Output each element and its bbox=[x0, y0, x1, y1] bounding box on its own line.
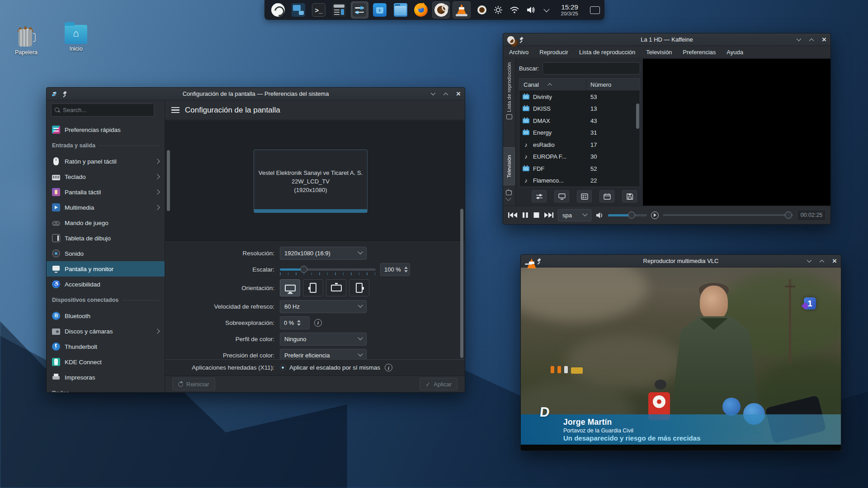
sidebar-item-mando[interactable]: Mando de juego bbox=[47, 215, 165, 230]
task-konsole[interactable]: >_ bbox=[310, 1, 327, 19]
color-profile-dropdown[interactable]: Ninguno bbox=[280, 333, 367, 346]
stop-button[interactable] bbox=[533, 211, 540, 219]
tabs-scroll-down-icon[interactable] bbox=[505, 195, 511, 201]
pause-button[interactable] bbox=[522, 211, 529, 219]
orientation-portrait-right-button[interactable] bbox=[349, 279, 369, 296]
menu-archivo[interactable]: Archivo bbox=[509, 49, 528, 56]
overscan-spinbox[interactable]: 0 % bbox=[280, 316, 310, 329]
channel-row[interactable]: Divinity53 bbox=[519, 91, 640, 103]
settings-search-field[interactable] bbox=[51, 103, 154, 117]
kaffeine-video-area[interactable] bbox=[643, 59, 830, 206]
task-file-manager[interactable] bbox=[392, 1, 409, 19]
search-input[interactable] bbox=[63, 107, 135, 113]
minimize-button[interactable] bbox=[431, 92, 436, 95]
sidebar-item-pantalla-monitor[interactable]: Pantalla y monitor bbox=[47, 261, 165, 277]
channel-row[interactable]: ♪EUROPA F...30 bbox=[519, 151, 640, 163]
pager-widget[interactable] bbox=[289, 1, 307, 19]
launcher-opensuse[interactable] bbox=[269, 1, 287, 19]
desktop-icon-home[interactable]: ⌂ Inicio bbox=[54, 25, 98, 52]
info-icon[interactable]: i bbox=[314, 319, 322, 327]
slider-handle[interactable] bbox=[300, 266, 307, 273]
volume-slider[interactable] bbox=[608, 214, 647, 216]
vlc-titlebar[interactable]: Reproductor multimedia VLC × bbox=[521, 255, 841, 267]
close-button[interactable]: × bbox=[456, 90, 461, 98]
task-discover[interactable] bbox=[371, 1, 389, 19]
reset-button[interactable]: Reiniciar bbox=[172, 378, 215, 390]
sidebar-item-accesibilidad[interactable]: Accesibilidad bbox=[47, 277, 165, 292]
sidebar-item-kde-connect[interactable]: KDE Connect bbox=[47, 354, 165, 370]
jump-to-position-icon[interactable] bbox=[651, 211, 659, 219]
network-wifi-icon[interactable] bbox=[509, 5, 519, 15]
menu-ayuda[interactable]: Ayuda bbox=[726, 49, 743, 56]
kaffeine-tray-icon[interactable] bbox=[477, 5, 487, 15]
sidebar-item-impresoras[interactable]: Impresoras bbox=[47, 370, 165, 385]
channel-search-input[interactable] bbox=[542, 62, 640, 75]
menu-preferencias[interactable]: Preferencias bbox=[683, 49, 716, 56]
audio-track-dropdown[interactable]: spa bbox=[558, 209, 591, 221]
vlc-video-frame[interactable]: 1 D Jorge Martín Portavoz de la Guardia … bbox=[521, 267, 841, 450]
task-firefox[interactable] bbox=[412, 1, 429, 19]
sidebar-item-multimedia[interactable]: Multimedia bbox=[47, 200, 165, 215]
radio-button-selected[interactable] bbox=[280, 365, 286, 371]
orientation-landscape-flipped-button[interactable] bbox=[326, 279, 346, 296]
orientation-landscape-button[interactable] bbox=[280, 279, 300, 296]
minimize-button[interactable] bbox=[807, 259, 812, 263]
show-desktop-button[interactable] bbox=[590, 6, 600, 14]
channel-row[interactable]: FDF52 bbox=[519, 163, 640, 175]
sidebar-item-discos[interactable]: Discos y cámaras bbox=[47, 324, 165, 339]
pin-icon[interactable] bbox=[61, 91, 67, 97]
digital-clock[interactable]: 15:29 20/3/25 bbox=[561, 4, 578, 16]
maximize-button[interactable] bbox=[809, 38, 814, 41]
volume-icon[interactable] bbox=[595, 211, 604, 219]
maximize-button[interactable] bbox=[820, 259, 825, 263]
column-numero[interactable]: Número bbox=[586, 81, 640, 88]
slider-handle[interactable] bbox=[628, 211, 635, 219]
maximize-button[interactable] bbox=[443, 92, 448, 95]
volume-icon[interactable] bbox=[526, 5, 536, 15]
tab-playlist[interactable]: Lista de reproducción bbox=[503, 62, 515, 139]
apply-button[interactable]: ✓Aplicar bbox=[420, 378, 458, 390]
details-list-button[interactable] bbox=[577, 190, 592, 202]
scale-value-spinbox[interactable]: 100 % bbox=[380, 263, 410, 276]
menu-lista[interactable]: Lista de reproducción bbox=[579, 49, 635, 56]
resolution-dropdown[interactable]: 868x488 (16:9) bbox=[280, 247, 367, 260]
tray-expand-chevron-icon[interactable] bbox=[542, 5, 552, 15]
sidebar-item-thunderbolt[interactable]: Thunderbolt bbox=[47, 339, 165, 354]
channel-row[interactable]: DMAX43 bbox=[519, 115, 640, 127]
channel-row[interactable]: Energy31 bbox=[519, 127, 640, 139]
channel-row[interactable]: ♪esRadio17 bbox=[519, 139, 640, 151]
settings-titlebar[interactable]: Configuración de la pantalla — Preferenc… bbox=[47, 88, 465, 100]
slider-handle[interactable] bbox=[785, 211, 792, 219]
tab-television[interactable]: Televisión bbox=[503, 147, 515, 185]
seek-slider[interactable] bbox=[663, 214, 793, 216]
save-button[interactable] bbox=[622, 190, 637, 202]
sidebar-item-raton[interactable]: Ratón y panel táctil bbox=[47, 154, 165, 169]
task-kaffeine[interactable] bbox=[432, 1, 450, 19]
skip-backward-button[interactable] bbox=[508, 211, 518, 219]
channel-row[interactable]: DKISS13 bbox=[519, 103, 640, 115]
task-calculator[interactable] bbox=[330, 1, 348, 19]
sidebar-item-bluetooth[interactable]: Bluetooth bbox=[47, 308, 165, 324]
scrollbar[interactable] bbox=[167, 150, 170, 211]
task-system-settings[interactable] bbox=[351, 1, 368, 19]
sidebar-item-tableta[interactable]: Tableta de dibujo bbox=[47, 230, 165, 246]
monitor-preview[interactable]: Vestel Elektronik Sanayi ve Ticaret A. S… bbox=[254, 150, 368, 213]
scale-slider[interactable] bbox=[280, 268, 376, 271]
close-button[interactable]: × bbox=[822, 36, 826, 43]
minimize-button[interactable] bbox=[797, 38, 802, 41]
desktop-icon-trash[interactable]: Papelera bbox=[5, 25, 48, 56]
brightness-icon[interactable] bbox=[493, 5, 503, 15]
menu-television[interactable]: Televisión bbox=[646, 49, 672, 56]
column-canal[interactable]: Canal bbox=[519, 79, 586, 90]
sidebar-item-preferencias-rapidas[interactable]: Preferencias rápidas bbox=[47, 122, 165, 137]
refresh-rate-dropdown[interactable]: 60 Hz bbox=[280, 300, 367, 313]
schedule-calendar-button[interactable] bbox=[599, 190, 614, 202]
channel-row[interactable]: ♪Flamenco...22 bbox=[519, 175, 640, 187]
screen-button[interactable] bbox=[554, 190, 569, 202]
hamburger-menu-icon[interactable] bbox=[171, 107, 179, 113]
pin-icon[interactable] bbox=[518, 37, 524, 42]
skip-forward-button[interactable] bbox=[544, 211, 554, 219]
sidebar-item-pantalla-tactil[interactable]: Pantalla táctil bbox=[47, 184, 165, 200]
scrollbar[interactable] bbox=[636, 103, 639, 129]
menu-reproducir[interactable]: Reproducir bbox=[539, 49, 568, 56]
